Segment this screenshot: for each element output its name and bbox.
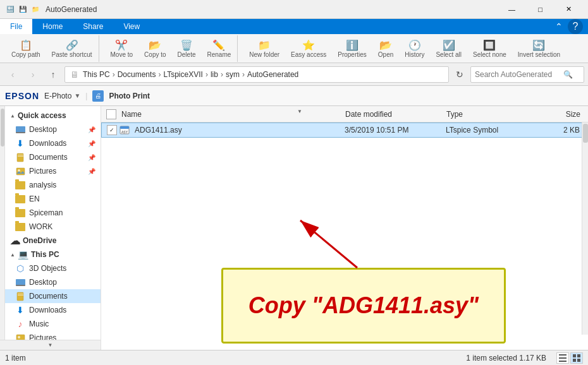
view-btn-details[interactable] bbox=[556, 352, 569, 364]
crumb-ltspice[interactable]: LTspiceXVII bbox=[163, 70, 202, 79]
refresh-button[interactable]: ↻ bbox=[451, 66, 468, 83]
ribbon-btn-copy-path[interactable]: 📋 Copy path bbox=[6, 37, 46, 61]
window-controls[interactable]: — □ ✕ bbox=[498, 0, 583, 19]
tab-view[interactable]: View bbox=[113, 19, 150, 34]
view-btn-tiles[interactable] bbox=[570, 352, 583, 364]
sidebar-item-downloads[interactable]: ⬇ Downloads 📌 bbox=[5, 136, 101, 150]
sidebar-item-desktop[interactable]: Desktop 📌 bbox=[5, 123, 101, 136]
svg-rect-7 bbox=[18, 295, 23, 296]
sidebar-label-downloads: Downloads bbox=[29, 139, 87, 148]
header-checkbox[interactable] bbox=[106, 109, 116, 119]
ribbon-btn-easy-access[interactable]: ⭐ Easy access bbox=[286, 37, 331, 61]
crumb-lib[interactable]: lib bbox=[211, 70, 218, 79]
crumb-documents[interactable]: Documents bbox=[118, 70, 156, 79]
sidebar-item-en[interactable]: EN bbox=[5, 192, 101, 206]
address-bar[interactable]: 🖥 This PC › Documents › LTspiceXVII › li… bbox=[64, 66, 449, 83]
sidebar-quick-access-header[interactable]: ▲ Quick access bbox=[5, 109, 101, 123]
sidebar-item-3d-objects[interactable]: ⬡ 3D Objects bbox=[5, 261, 101, 275]
col-header-checkbox bbox=[104, 109, 119, 119]
file-size: 2 KB bbox=[534, 126, 585, 135]
folder-icon-work bbox=[15, 222, 25, 232]
file-type: LTspice Symbol bbox=[446, 126, 534, 135]
col-header-type[interactable]: Type bbox=[446, 110, 535, 119]
forward-button[interactable]: › bbox=[24, 66, 42, 83]
svg-rect-2 bbox=[18, 156, 23, 157]
tab-share[interactable]: Share bbox=[73, 19, 113, 34]
sort-arrow-icon: ▼ bbox=[297, 109, 302, 114]
ribbon-btn-select-none[interactable]: 🔲 Select none bbox=[468, 37, 511, 61]
documents-pc-icon bbox=[15, 291, 25, 301]
sidebar-thispc-header[interactable]: ▲ 💻 This PC bbox=[5, 248, 101, 261]
maximize-button[interactable]: □ bbox=[526, 0, 554, 19]
ribbon-btn-new-folder[interactable]: 📁 New folder bbox=[244, 37, 285, 61]
sidebar-item-documents[interactable]: Documents 📌 bbox=[5, 150, 101, 164]
sidebar-item-work[interactable]: WORK bbox=[5, 220, 101, 234]
content-scrollbar[interactable] bbox=[582, 123, 588, 335]
sidebar-item-downloads-pc[interactable]: ⬇ Downloads bbox=[5, 303, 101, 317]
up-button[interactable]: ↑ bbox=[44, 66, 62, 83]
file-checkbox[interactable] bbox=[104, 125, 119, 135]
title-text: AutoGenerated bbox=[46, 5, 97, 14]
tab-file[interactable]: File bbox=[0, 19, 32, 34]
sidebar-item-music[interactable]: ♪ Music bbox=[5, 317, 101, 331]
search-box[interactable]: 🔍 bbox=[470, 66, 584, 83]
ribbon-btn-delete[interactable]: 🗑️ Delete bbox=[173, 37, 201, 61]
sidebar-scroll-thumb bbox=[1, 109, 4, 147]
crumb-sym[interactable]: sym bbox=[226, 70, 240, 79]
annotation-text: Copy "ADG1411.asy" bbox=[248, 292, 479, 319]
epson-dropdown-icon[interactable]: ▼ bbox=[74, 92, 80, 99]
title-bar: 🔙 💾 📁 AutoGenerated — □ ✕ bbox=[0, 0, 588, 19]
close-button[interactable]: ✕ bbox=[554, 0, 583, 19]
sidebar-scroll-down[interactable]: ▼ bbox=[0, 340, 101, 350]
col-header-size[interactable]: Size bbox=[535, 110, 585, 119]
ribbon-btn-move-to[interactable]: ✂️ Move to bbox=[106, 37, 138, 61]
col-header-date[interactable]: Date modified bbox=[345, 110, 446, 119]
sidebar-item-analysis[interactable]: analysis bbox=[5, 178, 101, 192]
sidebar-item-documents-pc[interactable]: Documents bbox=[5, 289, 101, 303]
nav-bar: ‹ › ↑ 🖥 This PC › Documents › LTspiceXVI… bbox=[0, 63, 588, 86]
content-scroll-thumb bbox=[583, 124, 588, 143]
sidebar-label-music: Music bbox=[29, 320, 95, 328]
sidebar-label-desktop-pc: Desktop bbox=[29, 278, 95, 287]
epson-ephoto[interactable]: E-Photo ▼ bbox=[44, 92, 80, 100]
table-row[interactable]: ASY ADG1411.asy 3/5/2019 10:51 PM LTspic… bbox=[101, 123, 588, 138]
ribbon-tabs[interactable]: File Home Share View ⌃ ? bbox=[0, 19, 588, 34]
ribbon-btn-select-all[interactable]: ☑️ Select all bbox=[431, 37, 467, 61]
column-headers: Name ▼ Date modified Type Size bbox=[101, 106, 588, 123]
sidebar-item-pictures[interactable]: Pictures 📌 bbox=[5, 164, 101, 178]
crumb-thispc[interactable]: This PC bbox=[83, 70, 110, 79]
ribbon-btn-copy-to[interactable]: 📂 Copy to bbox=[139, 37, 171, 61]
tab-home[interactable]: Home bbox=[32, 19, 73, 34]
music-icon: ♪ bbox=[15, 319, 25, 329]
back-button[interactable]: ‹ bbox=[4, 66, 21, 83]
minimize-button[interactable]: — bbox=[498, 0, 526, 19]
ribbon-expand-icon[interactable]: ⌃ bbox=[555, 21, 563, 32]
onedrive-label: OneDrive bbox=[23, 236, 56, 245]
sidebar-item-spiceman[interactable]: Spiceman bbox=[5, 206, 101, 220]
folder-icon-en bbox=[15, 194, 25, 204]
ribbon-btn-open[interactable]: 📂 Open bbox=[373, 37, 398, 61]
sidebar-label-documents-pc: Documents bbox=[29, 292, 95, 301]
help-icon[interactable]: ? bbox=[568, 19, 583, 34]
ribbon-btn-rename[interactable]: ✏️ Rename bbox=[202, 37, 236, 61]
sidebar-scrollbar[interactable] bbox=[0, 106, 5, 350]
breadcrumb: 🖥 This PC › Documents › LTspiceXVII › li… bbox=[70, 69, 298, 80]
ribbon-btn-invert-selection[interactable]: 🔄 Invert selection bbox=[513, 37, 565, 61]
sidebar-onedrive-header[interactable]: ☁ OneDrive bbox=[5, 234, 101, 248]
ribbon-btn-history[interactable]: 🕐 History bbox=[400, 37, 429, 61]
3dobjects-icon: ⬡ bbox=[15, 263, 25, 273]
ribbon-btn-paste-shortcut[interactable]: 🔗 Paste shortcut bbox=[47, 37, 97, 61]
ribbon-btn-properties[interactable]: ℹ️ Properties bbox=[333, 37, 372, 61]
system-icon-folder: 📁 bbox=[30, 4, 40, 15]
crumb-autogenerated[interactable]: AutoGenerated bbox=[247, 70, 298, 79]
sidebar-label-analysis: analysis bbox=[29, 181, 95, 189]
sidebar-item-desktop-pc[interactable]: Desktop bbox=[5, 275, 101, 289]
search-input[interactable] bbox=[475, 70, 563, 79]
annotation-overlay: Copy "ADG1411.asy" bbox=[221, 268, 506, 344]
file-checkbox-checked[interactable] bbox=[107, 125, 117, 135]
file-name: ADG1411.asy bbox=[135, 126, 345, 135]
pin-icon: 📌 bbox=[88, 126, 95, 133]
sidebar: ▲ Quick access Desktop 📌 ⬇ Downloads 📌 bbox=[0, 106, 101, 350]
col-header-name[interactable]: Name bbox=[119, 110, 345, 119]
view-buttons[interactable] bbox=[556, 352, 583, 364]
